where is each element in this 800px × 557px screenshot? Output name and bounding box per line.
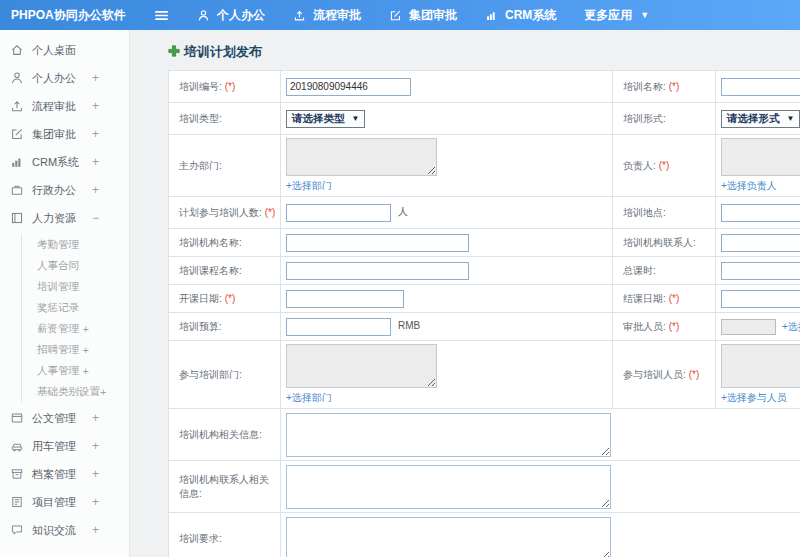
sidebar-subitem-salary[interactable]: 薪资管理 + bbox=[22, 318, 129, 339]
form-row: 培训要求: bbox=[169, 513, 800, 557]
expand-plus[interactable]: + bbox=[92, 183, 99, 197]
sidebar-item-human-resources[interactable]: 人力资源 − bbox=[0, 204, 129, 232]
join-depts-box[interactable] bbox=[286, 344, 437, 388]
required-mark: (*) bbox=[225, 293, 236, 304]
expand-plus[interactable]: + bbox=[92, 99, 99, 113]
archive-icon bbox=[10, 467, 24, 481]
org-info-textarea[interactable] bbox=[286, 413, 611, 457]
unit-suffix: 人 bbox=[398, 206, 408, 217]
doc-icon bbox=[10, 411, 24, 425]
topnav-crm-system[interactable]: CRM系统 bbox=[485, 7, 556, 24]
hamburger-menu-icon[interactable] bbox=[154, 8, 169, 23]
sidebar-item-official-docs[interactable]: 公文管理 + bbox=[0, 404, 129, 432]
user-icon bbox=[197, 9, 210, 22]
sidebar-subitem-personnel[interactable]: 人事管理 + bbox=[22, 360, 129, 381]
requirements-textarea[interactable] bbox=[286, 517, 611, 557]
caret-down-icon: ▼ bbox=[787, 114, 795, 123]
sidebar-subitem-training[interactable]: 培训管理 bbox=[22, 276, 129, 297]
select-join-dept-link[interactable]: +选择部门 bbox=[286, 391, 332, 405]
sidebar-item-archives[interactable]: 档案管理 + bbox=[0, 460, 129, 488]
training-number-input[interactable] bbox=[286, 78, 411, 96]
required-mark: (*) bbox=[265, 207, 276, 218]
top-bar: PHPOA协同办公软件 个人办公 流程审批 集团审批 CRM系统 更多应用 ▼ bbox=[0, 0, 800, 30]
sidebar-item-crm-system[interactable]: CRM系统 + bbox=[0, 148, 129, 176]
page-header: 培训计划发布 bbox=[168, 43, 800, 61]
page-title: 培训计划发布 bbox=[184, 43, 262, 61]
sidebar-item-group-approval[interactable]: 集团审批 + bbox=[0, 120, 129, 148]
sidebar-item-personal-office[interactable]: 个人办公 + bbox=[0, 64, 129, 92]
topnav-personal-office[interactable]: 个人办公 bbox=[197, 7, 265, 24]
topnav-workflow-approval[interactable]: 流程审批 bbox=[293, 7, 361, 24]
sidebar-item-workflow-approval[interactable]: 流程审批 + bbox=[0, 92, 129, 120]
user-icon bbox=[10, 71, 24, 85]
expand-plus[interactable]: + bbox=[83, 323, 89, 335]
field-label: 开课日期: bbox=[179, 293, 222, 304]
add-plus-icon bbox=[168, 43, 180, 61]
expand-plus[interactable]: + bbox=[92, 155, 99, 169]
org-contact-info-textarea[interactable] bbox=[286, 465, 611, 509]
training-type-select[interactable]: 请选择类型▼ bbox=[286, 110, 365, 128]
host-dept-box[interactable] bbox=[286, 138, 437, 176]
required-mark: (*) bbox=[689, 369, 700, 380]
sidebar-subitem-recruitment[interactable]: 招聘管理 + bbox=[22, 339, 129, 360]
expand-minus[interactable]: − bbox=[92, 211, 99, 225]
total-hours-input[interactable] bbox=[721, 262, 800, 280]
location-input[interactable] bbox=[721, 204, 800, 222]
expand-plus[interactable]: + bbox=[92, 127, 99, 141]
expand-plus[interactable]: + bbox=[92, 71, 99, 85]
top-navigation: 个人办公 流程审批 集团审批 CRM系统 更多应用 ▼ bbox=[197, 7, 649, 24]
sidebar-item-admin-office[interactable]: 行政办公 + bbox=[0, 176, 129, 204]
select-approver-link[interactable]: +选择审批人员 bbox=[782, 320, 800, 331]
sidebar-subitem-hr-contract[interactable]: 人事合同 bbox=[22, 255, 129, 276]
leader-box[interactable] bbox=[721, 138, 800, 176]
expand-plus[interactable]: + bbox=[83, 344, 89, 356]
field-label: 培训预算: bbox=[179, 321, 222, 332]
training-mode-select[interactable]: 请选择形式▼ bbox=[721, 110, 800, 128]
field-label: 总课时: bbox=[623, 265, 656, 276]
course-name-input[interactable] bbox=[286, 262, 469, 280]
field-label: 培训机构相关信息: bbox=[179, 429, 262, 440]
expand-plus[interactable]: + bbox=[92, 439, 99, 453]
start-date-input[interactable] bbox=[286, 290, 404, 308]
training-name-input[interactable] bbox=[721, 78, 800, 96]
expand-plus[interactable]: + bbox=[83, 365, 89, 377]
field-label: 培训地点: bbox=[623, 207, 666, 218]
planned-count-input[interactable] bbox=[286, 204, 391, 222]
select-join-people-link[interactable]: +选择参与人员 bbox=[721, 391, 787, 405]
sidebar-item-projects[interactable]: 项目管理 + bbox=[0, 488, 129, 516]
budget-input[interactable] bbox=[286, 318, 391, 336]
app-logo: PHPOA协同办公软件 bbox=[0, 7, 130, 24]
flow-icon bbox=[293, 9, 306, 22]
expand-plus[interactable]: + bbox=[92, 523, 99, 537]
sidebar-subitem-rewards[interactable]: 奖惩记录 bbox=[22, 297, 129, 318]
expand-plus[interactable]: + bbox=[100, 386, 106, 398]
end-date-input[interactable] bbox=[721, 290, 800, 308]
expand-plus[interactable]: + bbox=[92, 411, 99, 425]
sidebar-item-vehicle[interactable]: 用车管理 + bbox=[0, 432, 129, 460]
currency-suffix: RMB bbox=[398, 320, 420, 331]
sidebar-subitem-base-category[interactable]: 基础类别设置 + bbox=[22, 381, 129, 402]
org-contact-input[interactable] bbox=[721, 234, 800, 252]
car-icon bbox=[10, 439, 24, 453]
sidebar-item-knowledge[interactable]: 知识交流 + bbox=[0, 516, 129, 544]
sidebar-subitem-attendance[interactable]: 考勤管理 bbox=[22, 234, 129, 255]
form-row: 培训课程名称: 总课时: bbox=[169, 257, 800, 285]
field-label: 培训机构名称: bbox=[179, 237, 242, 248]
hr-icon bbox=[10, 211, 24, 225]
select-leader-link[interactable]: +选择负责人 bbox=[721, 179, 777, 193]
expand-plus[interactable]: + bbox=[92, 495, 99, 509]
topnav-more-apps[interactable]: 更多应用 ▼ bbox=[584, 7, 649, 24]
sidebar-item-personal-desktop[interactable]: 个人桌面 bbox=[0, 36, 129, 64]
join-people-box[interactable] bbox=[721, 344, 800, 388]
select-dept-link[interactable]: +选择部门 bbox=[286, 179, 332, 193]
field-label: 负责人: bbox=[623, 160, 656, 171]
field-label: 培训形式: bbox=[623, 113, 666, 124]
caret-down-icon: ▼ bbox=[640, 10, 649, 20]
expand-plus[interactable]: + bbox=[92, 467, 99, 481]
required-mark: (*) bbox=[659, 160, 670, 171]
topnav-group-approval[interactable]: 集团审批 bbox=[389, 7, 457, 24]
org-name-input[interactable] bbox=[286, 234, 469, 252]
form-row: 主办部门: +选择部门 负责人:(*) +选择负责人 bbox=[169, 135, 800, 197]
edit-icon bbox=[10, 127, 24, 141]
approver-box[interactable] bbox=[721, 319, 776, 335]
